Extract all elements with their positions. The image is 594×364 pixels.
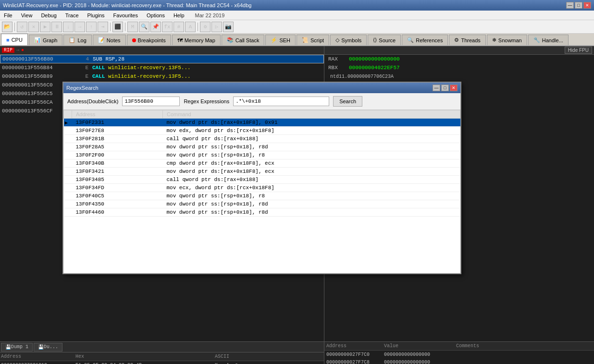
close-button[interactable]: ✕: [583, 2, 591, 9]
dump-tab-2-label: Du...: [44, 344, 58, 350]
addr-input[interactable]: [122, 97, 180, 106]
menu-plugins[interactable]: Plugins: [86, 12, 107, 19]
results-table-container[interactable]: Address Command ▶ 13F0F2331 mov dword pt…: [63, 110, 460, 273]
result-row[interactable]: 13F0F4350 mov dword ptr ss:[rsp+0x18], r…: [64, 200, 460, 208]
toolbar-run[interactable]: ▶: [40, 22, 50, 32]
disasm-row[interactable]: 000000013F556B804SUB RSP,28: [0, 55, 324, 63]
disasm-offset: 4: [77, 56, 89, 62]
regex-input[interactable]: [233, 97, 329, 106]
rip-indicator: RIP: [2, 48, 14, 53]
menu-favourites[interactable]: Favourites: [111, 12, 140, 19]
toolbar-patch[interactable]: fx: [162, 22, 173, 32]
stack-row[interactable]: 00000000027F7C0 0000000000000000: [324, 351, 594, 358]
dump-tab-2[interactable]: 💾 Du...: [34, 343, 62, 352]
result-cmd: call qword ptr ds:[rax+0x188]: [162, 135, 460, 143]
tab-refs-label: References: [416, 37, 443, 43]
result-addr: 13F0F281B: [72, 135, 163, 143]
tab-bar: ■ CPU 📊 Graph 📋 Log 📝 Notes Breakpoints …: [0, 34, 594, 46]
result-row[interactable]: 13F0F281B call qword ptr ds:[rax+0x188]: [64, 135, 460, 143]
toolbar-hash[interactable]: #: [173, 22, 184, 32]
toolbar-camera[interactable]: 📷: [223, 22, 234, 32]
hide-fpu-button[interactable]: Hide FPU: [565, 47, 592, 54]
tab-refs[interactable]: 🔍 References: [402, 35, 448, 45]
graph-icon: 📊: [34, 37, 41, 43]
menu-debug[interactable]: Debug: [39, 12, 58, 19]
toolbar-open[interactable]: 📂: [2, 22, 12, 32]
tab-source[interactable]: ⟨⟩ Source: [368, 35, 401, 45]
disasm-addr: 000000013F556B84: [2, 65, 76, 71]
tab-memmap[interactable]: 🗺 Memory Map: [172, 35, 221, 45]
toolbar-step-over[interactable]: →: [74, 22, 85, 32]
result-row[interactable]: 13F0F2F00 mov qword ptr ss:[rsp+0x18], r…: [64, 151, 460, 159]
tab-script[interactable]: 📜 Script: [297, 35, 329, 45]
result-row[interactable]: 13F0F28A5 mov dword ptr ss:[rsp+0x18], r…: [64, 143, 460, 151]
tab-handle[interactable]: 🔧 Handle...: [528, 35, 569, 45]
toolbar-alloc[interactable]: M: [127, 22, 138, 32]
tab-threads[interactable]: ⚙ Threads: [449, 35, 485, 45]
stack-row-val: 0000000000000000: [384, 360, 456, 364]
toolbar-font[interactable]: A: [185, 22, 196, 32]
dump-row[interactable]: 0000000077021010 EA 85 0F C0 84 00 02 4B…: [0, 361, 324, 364]
tab-notes[interactable]: 📝 Notes: [93, 35, 126, 45]
disasm-row[interactable]: 000000013F556B89ECALL winliciat-recovery…: [0, 72, 324, 81]
result-row[interactable]: 13F0F4460 mov dword ptr ss:[rsp+0x18], r…: [64, 208, 460, 217]
search-button[interactable]: Search: [333, 96, 362, 107]
tab-callstack[interactable]: 📚 Call Stack: [222, 35, 265, 45]
notes-icon: 📝: [98, 37, 105, 43]
source-icon: ⟨⟩: [373, 37, 377, 43]
tab-log[interactable]: 📋 Log: [63, 35, 91, 45]
result-arrow: [64, 168, 72, 176]
stack-col-val: Value: [384, 343, 456, 349]
menu-trace[interactable]: Trace: [63, 12, 81, 19]
result-cmd: cmp dword ptr ds:[rax+0x18F8], ecx: [162, 159, 460, 168]
tab-snowman[interactable]: ❄ Snowman: [487, 35, 527, 45]
toolbar-hardware-bp[interactable]: ⬛: [112, 22, 123, 32]
disasm-row[interactable]: 000000013F556B84ECALL winliciat-recovery…: [0, 63, 324, 72]
dump-col-ascii: ASCII: [215, 354, 253, 359]
menu-view[interactable]: View: [19, 12, 35, 19]
result-cmd: mov dword ptr ds:[rax+0x18F8], ecx: [162, 168, 460, 176]
result-row[interactable]: 13F0F340B cmp dword ptr ds:[rax+0x18F8],…: [64, 159, 460, 168]
result-row[interactable]: 13F0F3485 call qword ptr ds:[rax+0x188]: [64, 176, 460, 184]
toolbar-run-to[interactable]: ⇥: [98, 22, 108, 32]
dialog-maximize[interactable]: □: [441, 85, 449, 91]
dialog-minimize[interactable]: —: [433, 85, 440, 91]
toolbar-log-bp[interactable]: 🔍: [139, 22, 149, 32]
result-row[interactable]: 13F0F40C5 mov qword ptr ss:[rsp+0x18], r…: [64, 192, 460, 200]
dump-icon-2: 💾: [38, 344, 44, 350]
toolbar-run2[interactable]: ▷: [211, 22, 222, 32]
disasm-code: SUB RSP,28: [93, 56, 124, 62]
toolbar-settings[interactable]: ⚙: [200, 22, 210, 32]
tab-cpu[interactable]: ■ CPU: [1, 34, 28, 45]
reg-row-rbx: RBX 000000004022EF57: [324, 63, 594, 72]
tab-graph[interactable]: 📊 Graph: [29, 35, 63, 45]
toolbar-pause[interactable]: ⏸: [51, 22, 62, 32]
stack-row-addr: 00000000027F7C0: [326, 352, 384, 357]
toolbar-step-out[interactable]: ↑: [86, 22, 97, 32]
dump-tab-1[interactable]: 💾 Dump 1: [1, 343, 33, 352]
result-row[interactable]: 13F0F34FD mov ecx, dword ptr ds:[rcx+0x1…: [64, 184, 460, 192]
dialog-close[interactable]: ✕: [450, 85, 458, 91]
tab-seh-label: SEH: [279, 37, 290, 43]
minimize-button[interactable]: —: [566, 2, 574, 9]
menu-bar: File View Debug Trace Plugins Favourites…: [0, 11, 594, 20]
results-tbody: ▶ 13F0F2331 mov dword ptr ds:[rax+0x18F8…: [64, 119, 460, 217]
menu-help[interactable]: Help: [172, 12, 186, 19]
toolbar-step-into[interactable]: ↓: [63, 22, 74, 32]
maximize-button[interactable]: □: [575, 2, 582, 9]
result-row[interactable]: 13F0F3421 mov dword ptr ds:[rax+0x18F8],…: [64, 168, 460, 176]
result-cmd: mov dword ptr ss:[rsp+0x18], r8d: [162, 200, 460, 208]
tab-breakpoints[interactable]: Breakpoints: [127, 35, 171, 45]
stack-row[interactable]: 00000000027F7C8 0000000000000000: [324, 358, 594, 364]
toolbar-close[interactable]: ✕: [28, 22, 39, 32]
menu-file[interactable]: File: [2, 12, 14, 19]
tab-seh[interactable]: ⚡ SEH: [265, 35, 296, 45]
result-addr: 13F0F4350: [72, 200, 163, 208]
result-row[interactable]: ▶ 13F0F2331 mov dword ptr ds:[rax+0x18F8…: [64, 119, 460, 127]
toolbar-restart[interactable]: ↺: [17, 22, 27, 32]
result-row[interactable]: 13F0F27E8 mov edx, dword ptr ds:[rcx+0x1…: [64, 127, 460, 135]
col-arrow: [64, 110, 72, 119]
menu-options[interactable]: Options: [145, 12, 167, 19]
toolbar-ref[interactable]: 📌: [150, 22, 161, 32]
tab-symbols[interactable]: ◇ Symbols: [330, 35, 367, 45]
